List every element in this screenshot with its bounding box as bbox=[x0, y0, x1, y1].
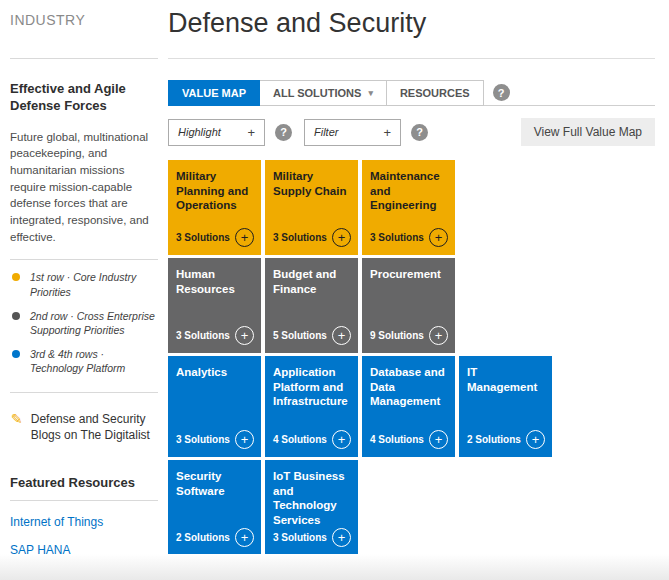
value-map-row: Military Planning and Operations3 Soluti… bbox=[168, 160, 655, 255]
tile-footer: 3 Solutions+ bbox=[370, 228, 448, 247]
tile-title: Budget and Finance bbox=[273, 267, 350, 296]
expand-solutions-button[interactable]: + bbox=[332, 528, 351, 547]
tile-solutions-count: 3 Solutions bbox=[273, 532, 327, 543]
expand-solutions-button[interactable]: + bbox=[235, 528, 254, 547]
tile-title: Maintenance and Engineering bbox=[370, 169, 447, 213]
view-full-value-map-button[interactable]: View Full Value Map bbox=[521, 118, 655, 146]
header-divider bbox=[168, 58, 655, 59]
expand-solutions-button[interactable]: + bbox=[332, 430, 351, 449]
expand-solutions-button[interactable]: + bbox=[429, 228, 448, 247]
tile-title: Military Planning and Operations bbox=[176, 169, 253, 213]
legend-item-cross-enterprise: 2nd row · Cross Enterprise Supporting Pr… bbox=[10, 309, 158, 337]
tile-solutions-count: 2 Solutions bbox=[176, 532, 230, 543]
tile-footer: 3 Solutions+ bbox=[273, 228, 351, 247]
tab-label: RESOURCES bbox=[400, 87, 470, 99]
tile-title: Human Resources bbox=[176, 267, 253, 296]
tile-footer: 4 Solutions+ bbox=[370, 430, 448, 449]
sidebar: INDUSTRY Effective and Agile Defense For… bbox=[10, 0, 158, 580]
tile-footer: 2 Solutions+ bbox=[176, 528, 254, 547]
value-map-tile[interactable]: Military Planning and Operations3 Soluti… bbox=[168, 160, 261, 255]
expand-solutions-button[interactable]: + bbox=[332, 326, 351, 345]
plus-icon: + bbox=[247, 125, 255, 140]
tile-title: Military Supply Chain bbox=[273, 169, 350, 198]
page-title: Defense and Security bbox=[168, 8, 655, 39]
tile-footer: 3 Solutions+ bbox=[176, 430, 254, 449]
tile-solutions-count: 9 Solutions bbox=[370, 330, 424, 341]
blog-link-label: Defense and Security Blogs on The Digita… bbox=[31, 411, 158, 443]
tab-value-map[interactable]: VALUE MAP bbox=[168, 80, 260, 106]
digitalist-blog-link[interactable]: ✎ Defense and Security Blogs on The Digi… bbox=[10, 411, 158, 443]
value-map-tile[interactable]: Security Software2 Solutions+ bbox=[168, 460, 261, 555]
value-map-tile[interactable]: IT Management2 Solutions+ bbox=[459, 356, 552, 457]
main-content: Defense and Security VALUE MAP ALL SOLUT… bbox=[168, 0, 655, 558]
tab-label: ALL SOLUTIONS bbox=[273, 87, 361, 99]
tile-solutions-count: 2 Solutions bbox=[467, 434, 521, 445]
tile-solutions-count: 3 Solutions bbox=[176, 434, 230, 445]
filter-label: Filter bbox=[314, 126, 338, 138]
sidebar-divider bbox=[10, 58, 158, 59]
tile-title: Security Software bbox=[176, 469, 253, 498]
expand-solutions-button[interactable]: + bbox=[429, 430, 448, 449]
sidebar-heading: Effective and Agile Defense Forces bbox=[10, 81, 158, 115]
legend-label: 1st row · Core Industry Priorities bbox=[30, 270, 158, 298]
featured-resources-heading: Featured Resources bbox=[10, 475, 158, 490]
value-map-tile[interactable]: Application Platform and Infrastructure4… bbox=[265, 356, 358, 457]
tile-title: Procurement bbox=[370, 267, 447, 282]
sidebar-divider bbox=[10, 500, 158, 501]
value-map-tile[interactable]: Budget and Finance5 Solutions+ bbox=[265, 258, 358, 353]
tab-label: VALUE MAP bbox=[182, 87, 246, 99]
technology-platform-dot-icon bbox=[12, 350, 20, 358]
value-map-tile[interactable]: Analytics3 Solutions+ bbox=[168, 356, 261, 457]
row-legend: 1st row · Core Industry Priorities 2nd r… bbox=[10, 270, 158, 375]
sidebar-divider bbox=[10, 392, 158, 393]
tab-all-solutions[interactable]: ALL SOLUTIONS ▾ bbox=[260, 80, 387, 106]
chevron-down-icon: ▾ bbox=[368, 88, 373, 98]
cross-enterprise-dot-icon bbox=[12, 312, 20, 320]
tile-solutions-count: 4 Solutions bbox=[370, 434, 424, 445]
filter-dropdown[interactable]: Filter + bbox=[304, 119, 401, 146]
value-map-tile[interactable]: IoT Business and Technology Services3 So… bbox=[265, 460, 358, 555]
tile-footer: 3 Solutions+ bbox=[176, 326, 254, 345]
value-map-row: Security Software2 Solutions+IoT Busines… bbox=[168, 460, 655, 555]
legend-item-core: 1st row · Core Industry Priorities bbox=[10, 270, 158, 298]
industry-eyebrow: INDUSTRY bbox=[10, 12, 158, 28]
tile-footer: 3 Solutions+ bbox=[273, 528, 351, 547]
expand-solutions-button[interactable]: + bbox=[235, 326, 254, 345]
expand-solutions-button[interactable]: + bbox=[235, 228, 254, 247]
tile-title: Analytics bbox=[176, 365, 253, 380]
value-map-tile[interactable]: Procurement9 Solutions+ bbox=[362, 258, 455, 353]
highlight-dropdown[interactable]: Highlight + bbox=[168, 119, 265, 146]
highlight-help-icon[interactable]: ? bbox=[275, 124, 292, 141]
value-map-row: Human Resources3 Solutions+Budget and Fi… bbox=[168, 258, 655, 353]
expand-solutions-button[interactable]: + bbox=[332, 228, 351, 247]
resource-link-internet-of-things[interactable]: Internet of Things bbox=[10, 515, 158, 529]
highlight-label: Highlight bbox=[178, 126, 221, 138]
value-map-tile[interactable]: Maintenance and Engineering3 Solutions+ bbox=[362, 160, 455, 255]
tile-title: IoT Business and Technology Services bbox=[273, 469, 350, 528]
sidebar-description: Future global, multinational peacekeepin… bbox=[10, 129, 158, 246]
tile-solutions-count: 3 Solutions bbox=[273, 232, 327, 243]
expand-solutions-button[interactable]: + bbox=[235, 430, 254, 449]
tile-footer: 2 Solutions+ bbox=[467, 430, 545, 449]
expand-solutions-button[interactable]: + bbox=[429, 326, 448, 345]
legend-item-technology: 3rd & 4th rows · Technology Platform bbox=[10, 347, 158, 375]
tile-footer: 5 Solutions+ bbox=[273, 326, 351, 345]
tile-title: Application Platform and Infrastructure bbox=[273, 365, 350, 409]
sidebar-divider bbox=[10, 259, 158, 260]
tile-footer: 3 Solutions+ bbox=[176, 228, 254, 247]
tab-resources[interactable]: RESOURCES bbox=[387, 80, 484, 106]
value-map-tile[interactable]: Database and Data Management4 Solutions+ bbox=[362, 356, 455, 457]
tabs-help-icon[interactable]: ? bbox=[493, 84, 510, 101]
expand-solutions-button[interactable]: + bbox=[526, 430, 545, 449]
controls-row: Highlight + ? Filter + ? View Full Value… bbox=[168, 118, 655, 146]
core-priorities-dot-icon bbox=[12, 273, 20, 281]
tile-title: Database and Data Management bbox=[370, 365, 447, 409]
tile-footer: 9 Solutions+ bbox=[370, 326, 448, 345]
value-map-tile[interactable]: Human Resources3 Solutions+ bbox=[168, 258, 261, 353]
pencil-icon: ✎ bbox=[11, 411, 23, 428]
legend-label: 3rd & 4th rows · Technology Platform bbox=[30, 347, 158, 375]
value-map-tile[interactable]: Military Supply Chain3 Solutions+ bbox=[265, 160, 358, 255]
tile-solutions-count: 5 Solutions bbox=[273, 330, 327, 341]
plus-icon: + bbox=[383, 125, 391, 140]
filter-help-icon[interactable]: ? bbox=[411, 124, 428, 141]
